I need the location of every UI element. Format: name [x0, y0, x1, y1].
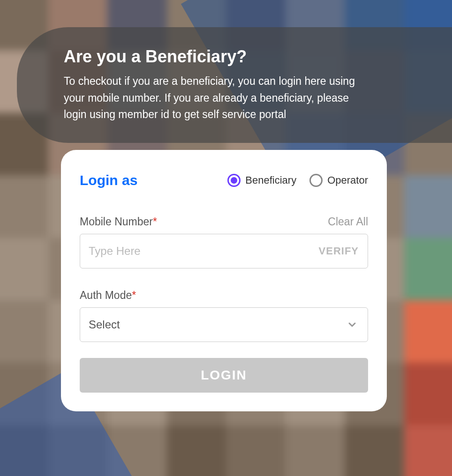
radio-operator-label: Operator: [327, 174, 368, 186]
auth-mode-selected-text: Select: [89, 318, 120, 331]
login-as-title: Login as: [80, 172, 137, 188]
auth-mode-select-wrapper: Select: [80, 307, 368, 342]
radio-circle-icon: [309, 174, 323, 187]
info-banner: Are you a Beneficiary? To checkout if yo…: [17, 27, 452, 143]
radio-beneficiary-label: Beneficiary: [245, 174, 296, 186]
card-header: Login as Beneficiary Operator: [80, 172, 368, 188]
clear-all-button[interactable]: Clear All: [328, 216, 368, 228]
required-asterisk: *: [153, 216, 157, 228]
radio-circle-icon: [227, 174, 241, 187]
banner-description: To checkout if you are a beneficiary, yo…: [64, 73, 373, 123]
auth-mode-label: Auth Mode*: [80, 289, 368, 302]
mobile-input-wrapper: VERIFY: [80, 234, 368, 268]
auth-mode-select[interactable]: Select: [80, 307, 368, 342]
radio-beneficiary[interactable]: Beneficiary: [227, 174, 296, 187]
verify-button[interactable]: VERIFY: [319, 245, 359, 257]
radio-operator[interactable]: Operator: [309, 174, 368, 187]
mobile-label-text: Mobile Number: [80, 216, 153, 228]
login-as-radio-group: Beneficiary Operator: [227, 174, 368, 187]
auth-mode-label-text: Auth Mode: [80, 289, 132, 301]
radio-dot-icon: [231, 177, 237, 184]
login-card: Login as Beneficiary Operator Mobile Num…: [61, 150, 387, 411]
mobile-field-row: Mobile Number* Clear All: [80, 216, 368, 228]
banner-title: Are you a Beneficiary?: [64, 47, 424, 67]
mobile-number-label: Mobile Number*: [80, 216, 157, 228]
required-asterisk: *: [132, 289, 136, 301]
login-button[interactable]: LOGIN: [80, 358, 368, 393]
